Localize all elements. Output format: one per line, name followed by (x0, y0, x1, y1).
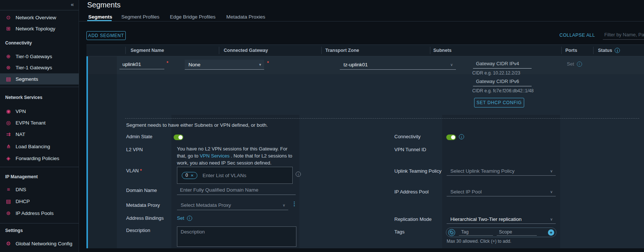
tab-edge-bridge-profiles[interactable]: Edge Bridge Profiles (170, 14, 216, 20)
uplink-teaming-policy-select[interactable]: Select Uplink Teaming Policy ∨ (447, 166, 556, 176)
vlan-info-icon[interactable]: i (296, 172, 301, 177)
sidebar-item-evpn-tenant[interactable]: ◎ EVPN Tenant (0, 117, 79, 128)
sidebar: « ⊙ Network Overview ⊞ Network Topology … (0, 0, 79, 252)
sidebar-item-dns[interactable]: ≡ DNS (0, 184, 79, 195)
forwarding-policies-icon: ◈ (5, 155, 12, 161)
uplink-teaming-policy-label: Uplink Teaming Policy (394, 168, 441, 174)
description-label: Description (126, 228, 150, 233)
sidebar-item-dhcp[interactable]: ▤ DHCP (0, 196, 79, 207)
filter-input[interactable] (603, 31, 644, 40)
chip-close-icon[interactable]: ✕ (191, 173, 194, 178)
sidebar-item-label: Global Networking Config (16, 241, 72, 246)
tag-scope-input[interactable] (497, 229, 537, 236)
segment-name-input[interactable] (119, 61, 164, 69)
tab-segments[interactable]: Segments (88, 14, 112, 20)
sidebar-item-label: Tier-1 Gateways (16, 65, 52, 70)
vpn-services-link[interactable]: VPN Services (200, 153, 229, 159)
status-header-label: Status (598, 48, 612, 53)
tag-icon (448, 229, 455, 236)
connectivity-toggle[interactable] (446, 135, 456, 140)
ports-set-label: Set (567, 61, 574, 67)
column-header-connected-gateway: Connected Gateway (224, 48, 268, 53)
description-textarea[interactable] (177, 226, 296, 247)
vlan-chip[interactable]: 0 ✕ (182, 172, 197, 179)
status-info-icon[interactable]: i (615, 48, 620, 53)
sidebar-item-load-balancing[interactable]: ⋔ Load Balancing (0, 141, 79, 152)
collapse-sidebar-icon[interactable]: « (71, 1, 74, 7)
ipv6-cidr-hint: CIDR e.g. fc7e:f206:db42::1/48 (472, 88, 533, 93)
table-header-row (86, 44, 644, 56)
dns-icon: ≡ (5, 186, 12, 192)
page-title: Segments (87, 1, 121, 9)
sidebar-divider (0, 87, 79, 87)
gateway-cidr-ipv4-input[interactable] (473, 60, 532, 69)
sidebar-top-strip: « (0, 0, 79, 10)
metadata-proxy-menu-icon[interactable]: ⋮ (292, 201, 297, 206)
chevron-down-icon: ∨ (283, 203, 285, 207)
network-overview-icon: ⊙ (5, 14, 12, 20)
address-bindings-info-icon[interactable]: i (187, 216, 192, 221)
transport-zone-select[interactable]: tz-uplink01 ∨ (340, 60, 456, 70)
admin-state-toggle[interactable] (174, 135, 183, 140)
connected-gateway-value: None (188, 62, 200, 67)
tabs-divider (79, 21, 644, 21)
sidebar-item-label: Network Topology (16, 26, 55, 32)
vlan-required: * (140, 168, 142, 173)
domain-name-input[interactable] (177, 186, 296, 195)
chevron-down-icon: ∨ (450, 63, 453, 67)
tier0-gateways-icon: ⊕ (5, 53, 12, 59)
sidebar-item-tier0-gateways[interactable]: ⊕ Tier-0 Gateways (0, 51, 79, 62)
ip-address-pool-select[interactable]: Select IP Pool ∨ (447, 187, 556, 196)
uplink-teaming-policy-placeholder: Select Uplink Teaming Policy (450, 168, 515, 174)
ip-address-pools-icon: ⊚ (5, 210, 12, 216)
sidebar-item-vpn[interactable]: ◉ VPN (0, 106, 79, 117)
sidebar-item-ip-address-pools[interactable]: ⊚ IP Address Pools (0, 208, 79, 219)
tags-hint: Max 30 allowed. Click (+) to add. (447, 239, 511, 244)
sidebar-section-network-services: Network Services (5, 95, 42, 100)
metadata-proxy-select[interactable]: Select Metadata Proxy ∨ (177, 200, 288, 210)
address-bindings-set[interactable]: Set i (177, 215, 192, 221)
sidebar-item-network-topology[interactable]: ⊞ Network Topology (0, 23, 79, 34)
sidebar-item-label: Load Balancing (16, 144, 50, 149)
segment-name-required: * (167, 60, 168, 66)
tab-segment-profiles[interactable]: Segment Profiles (121, 14, 160, 20)
sidebar-item-label: VPN (16, 109, 26, 114)
column-divider (561, 47, 562, 54)
tier1-gateways-icon: ⊛ (5, 64, 12, 70)
sidebar-item-forwarding-policies[interactable]: ◈ Forwarding Policies (0, 153, 79, 164)
sidebar-item-tier1-gateways[interactable]: ⊛ Tier-1 Gateways (0, 62, 79, 73)
sidebar-item-network-overview[interactable]: ⊙ Network Overview (0, 12, 79, 23)
sidebar-section-connectivity: Connectivity (5, 40, 32, 46)
metadata-proxy-label: Metadata Proxy (126, 202, 160, 208)
tags-label: Tags (394, 229, 404, 235)
add-segment-button[interactable]: ADD SEGMENT (86, 31, 126, 40)
tab-metadata-proxies[interactable]: Metadata Proxies (226, 14, 265, 20)
connected-gateway-required: * (267, 60, 269, 66)
column-header-status: Status i (598, 48, 620, 53)
ports-set: Set i (567, 61, 582, 67)
domain-name-label: Domain Name (126, 188, 157, 193)
load-balancing-icon: ⋔ (5, 143, 12, 149)
sidebar-item-label: Forwarding Policies (16, 156, 59, 161)
sidebar-item-global-networking-config[interactable]: ⚙ Global Networking Config (0, 238, 79, 249)
chevron-down-icon: ∨ (550, 190, 553, 194)
connected-gateway-select[interactable]: None ▾ (185, 60, 264, 70)
add-tag-button[interactable]: + (548, 229, 554, 236)
replication-mode-select[interactable]: Hierarchical Two-Tier replication ∨ (447, 215, 556, 224)
evpn-tenant-icon: ◎ (5, 120, 12, 126)
vlan-label: VLAN * (126, 168, 142, 173)
l2vpn-message: You have no L2 VPN sessions for this Gat… (177, 145, 296, 166)
tag-input[interactable] (459, 229, 493, 236)
ports-info-icon[interactable]: i (577, 62, 582, 67)
transport-zone-value: tz-uplink01 (344, 62, 368, 67)
gateway-cidr-ipv6-input[interactable] (473, 78, 532, 86)
set-dhcp-config-button[interactable]: SET DHCP CONFIG (474, 98, 524, 107)
l2vpn-label: L2 VPN (126, 147, 143, 152)
vlan-input-box[interactable]: 0 ✕ Enter List of VLANs (177, 167, 293, 184)
sidebar-item-segments[interactable]: ▤ Segments (0, 73, 79, 84)
connectivity-info-icon[interactable]: i (459, 134, 464, 139)
collapse-all-button[interactable]: COLLAPSE ALL (559, 33, 595, 38)
column-divider (125, 47, 126, 54)
sidebar-item-nat[interactable]: ⇉ NAT (0, 129, 79, 140)
tags-input-group: + (446, 228, 556, 237)
